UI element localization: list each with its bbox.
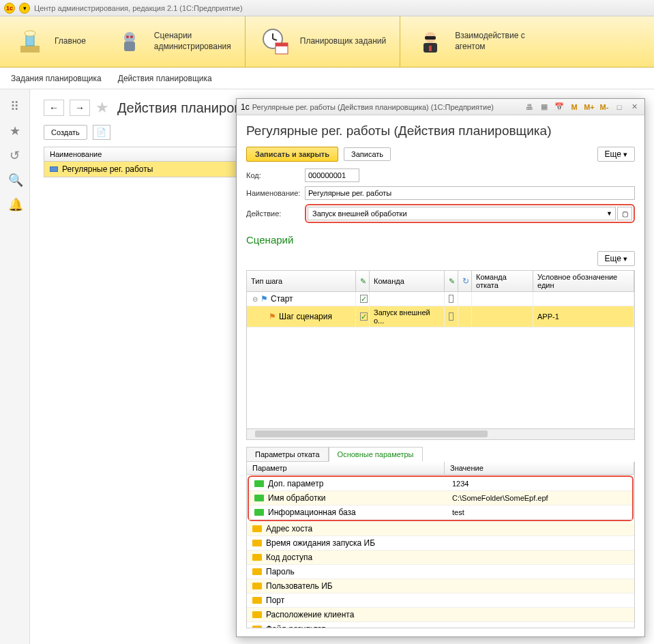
ribbon-scheduler[interactable]: Планировщик заданий (245, 16, 400, 67)
scenario-more-button[interactable]: Еще ▾ (597, 251, 635, 266)
tab-main-params[interactable]: Основные параметры (329, 447, 423, 462)
action-input[interactable] (308, 207, 604, 220)
col-command[interactable]: Команда (370, 271, 445, 291)
create-button[interactable]: Создать (44, 125, 87, 140)
param-row[interactable]: Информационная базаtest (249, 506, 632, 520)
col-designation[interactable]: Условное обозначение един (533, 271, 634, 291)
folder-green-icon (254, 495, 264, 501)
collapse-icon[interactable]: ⊖ (252, 295, 258, 303)
action-label: Действие: (246, 209, 302, 218)
param-name: Адрес хоста (266, 524, 312, 533)
step-designation (533, 292, 634, 306)
param-row[interactable]: Время ожидания запуска ИБ (247, 536, 634, 551)
name-label: Наименование: (246, 189, 302, 197)
calendar-icon[interactable]: 📅 (553, 102, 565, 113)
param-row[interactable]: Файл-результат (247, 622, 634, 628)
name-input[interactable] (305, 186, 635, 200)
param-row[interactable]: Имя обработкиC:\SomeFolder\SomeEpf.epf (249, 491, 632, 506)
agent-icon (414, 25, 447, 58)
param-row[interactable]: Адрес хоста (247, 522, 634, 536)
star-icon[interactable]: ★ (95, 99, 109, 117)
param-row[interactable]: Расположение клиента (247, 608, 634, 622)
mminus-button[interactable]: M- (598, 102, 610, 113)
back-button[interactable]: ← (44, 100, 64, 116)
folder-yellow-icon (252, 626, 262, 628)
calc-icon[interactable]: ▦ (538, 102, 550, 113)
ribbon-scenarios[interactable]: Сценарии администрирования (100, 16, 245, 67)
ribbon-home[interactable]: Главное (0, 16, 100, 67)
app-logo-icon: 1c (4, 3, 15, 14)
svg-point-3 (124, 32, 135, 43)
search-icon[interactable]: 🔍 (8, 173, 22, 186)
rollback-checkbox[interactable] (449, 312, 454, 321)
rollback-checkbox[interactable] (449, 295, 454, 303)
scenario-grid: Тип шага ✎ Команда ✎ ↻ Команда отката Ус… (246, 270, 635, 429)
folder-green-icon (254, 480, 264, 487)
notifications-icon[interactable]: 🔔 (8, 197, 22, 211)
folder-yellow-icon (252, 554, 262, 561)
folder-yellow-icon (252, 611, 262, 618)
subnav-tasks[interactable]: Задания планировщика (11, 74, 102, 83)
param-row[interactable]: Пароль (247, 565, 634, 579)
step-command: Запуск внешней о... (370, 306, 445, 327)
param-row[interactable]: Доп. параметр1234 (249, 477, 632, 491)
action-highlight: ▼ ▢ (305, 204, 635, 223)
folder-yellow-icon (252, 568, 262, 575)
svg-rect-15 (429, 46, 432, 51)
col-rollback[interactable]: Команда отката (472, 271, 533, 291)
m-button[interactable]: M (568, 102, 580, 113)
param-name: Пользователь ИБ (266, 581, 333, 591)
dialog-titlebar: 1c Регулярные рег. работы (Действия план… (237, 99, 644, 115)
dropdown-icon[interactable]: ▾ (19, 3, 30, 14)
favorites-icon[interactable]: ★ (8, 123, 22, 137)
col-edit1[interactable]: ✎ (356, 271, 370, 291)
action-dropdown-button[interactable]: ▼ (604, 207, 616, 220)
param-value: C:\SomeFolder\SomeEpf.epf (447, 491, 632, 505)
scenario-row[interactable]: ⚑ Шаг сценарияЗапуск внешней о...APP-1 (247, 306, 634, 327)
step-checkbox[interactable] (360, 312, 368, 321)
subnav-actions[interactable]: Действия планировщика (118, 74, 212, 83)
action-open-button[interactable]: ▢ (617, 207, 632, 220)
col-edit2[interactable]: ✎ (445, 271, 458, 291)
grid-hscrollbar[interactable] (246, 429, 635, 440)
param-row[interactable]: Код доступа (247, 551, 634, 565)
param-name: Файл-результат (266, 624, 325, 628)
folder-yellow-icon (252, 525, 262, 532)
svg-rect-11 (276, 43, 288, 46)
copy-button[interactable]: 📄 (93, 125, 110, 140)
param-value (445, 622, 634, 628)
scenario-row[interactable]: ⊖ ⚑ Старт (247, 292, 634, 306)
col-parameter[interactable]: Параметр (247, 462, 445, 474)
step-designation: APP-1 (533, 306, 634, 327)
param-name: Время ожидания запуска ИБ (266, 538, 375, 548)
step-checkbox[interactable] (360, 295, 368, 303)
maximize-button[interactable]: □ (613, 102, 625, 113)
save-button[interactable]: Записать (344, 147, 391, 161)
svg-point-5 (126, 35, 129, 38)
more-button[interactable]: Еще ▾ (597, 147, 635, 162)
code-input[interactable] (305, 169, 359, 182)
param-row[interactable]: Пользователь ИБ (247, 579, 634, 594)
param-value (445, 579, 634, 593)
col-value[interactable]: Значение (445, 462, 634, 474)
save-close-button[interactable]: Записать и закрыть (246, 147, 338, 162)
print-icon[interactable]: 🖶 (523, 102, 535, 113)
param-row[interactable]: Порт (247, 594, 634, 608)
dialog: 1c Регулярные рег. работы (Действия план… (236, 98, 645, 637)
forward-button[interactable]: → (70, 100, 90, 116)
history-icon[interactable]: ↺ (8, 148, 22, 162)
step-label: Старт (271, 294, 293, 304)
ribbon-agent[interactable]: Взаимодействие с агентом (400, 16, 539, 67)
close-button[interactable]: ✕ (628, 102, 640, 113)
mplus-button[interactable]: M+ (583, 102, 595, 113)
apps-icon[interactable]: ⠿ (8, 99, 22, 113)
tab-rollback-params[interactable]: Параметры отката (246, 447, 329, 462)
param-value (445, 594, 634, 607)
pencil-icon: ✎ (449, 277, 455, 286)
step-label: Шаг сценария (279, 312, 332, 321)
col-step-type[interactable]: Тип шага (247, 271, 356, 291)
robot-icon (113, 25, 146, 58)
list-row-label: Регулярные рег. работы (62, 164, 153, 174)
folder-yellow-icon (252, 583, 262, 589)
col-refresh[interactable]: ↻ (458, 271, 472, 291)
